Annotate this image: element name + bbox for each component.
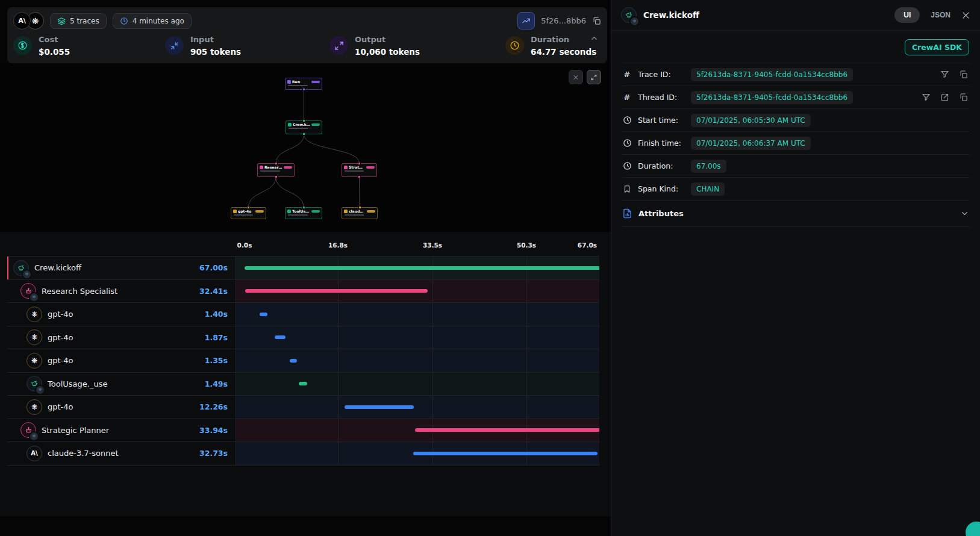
graph-expand-button[interactable] <box>587 70 601 84</box>
detail-field-row: # Thread ID: 5f2613da-8371-9405-fcdd-0a1… <box>622 86 969 109</box>
tab-ui[interactable]: UI <box>894 7 920 23</box>
metric-duration: Duration 64.77 seconds <box>505 33 601 58</box>
graph-close-button[interactable] <box>569 70 583 84</box>
node-icon <box>344 166 348 169</box>
span-name: claude-3.7-sonnet <box>48 449 119 458</box>
duration-bar <box>245 289 428 293</box>
copy-button[interactable] <box>959 93 968 102</box>
node-label: Run <box>292 79 310 84</box>
field-icon: # <box>622 93 632 102</box>
span-name: ToolUsage._use <box>48 379 107 388</box>
metric-output: Output 10,060 tokens <box>329 33 505 58</box>
field-value: 07/01/2025, 06:05:30 AM UTC <box>691 114 811 127</box>
graph-node[interactable]: Run <box>285 78 322 90</box>
metric-label: Output <box>355 35 385 44</box>
graph-node[interactable]: Crew.kickoff <box>286 120 322 134</box>
filter-button[interactable] <box>940 70 949 79</box>
graph-node[interactable]: claude-3.7-sonnet <box>342 207 378 219</box>
provider-avatars: A\ ❋ <box>13 12 44 30</box>
gantt-row[interactable]: ❋ gpt-4o 1.40s <box>7 303 599 326</box>
traces-count-badge[interactable]: 5 traces <box>50 13 107 29</box>
node-label: claude-3.7-sonnet <box>349 209 366 213</box>
axis-tick: 16.8s <box>328 242 348 249</box>
node-badge <box>311 210 320 213</box>
node-badge <box>311 123 320 126</box>
span-name: gpt-4o <box>48 310 73 319</box>
span-duration: 1.49s <box>205 379 236 388</box>
field-icon <box>622 185 632 193</box>
row-icon <box>13 260 29 276</box>
axis-tick: 0.0s <box>237 242 252 249</box>
time-axis: 0.0s16.8s33.5s50.3s67.0s <box>236 232 599 256</box>
tab-json[interactable]: JSON <box>928 8 953 22</box>
gantt-row[interactable]: ❋ gpt-4o 1.87s <box>7 326 599 350</box>
panel-close-button[interactable] <box>961 11 970 20</box>
span-duration: 1.40s <box>205 310 236 319</box>
node-badge <box>311 81 320 83</box>
field-label: Finish time: <box>638 139 685 148</box>
close-icon <box>961 11 970 20</box>
open-external-button[interactable] <box>940 93 949 102</box>
graph-node[interactable]: gpt-4o <box>231 207 266 219</box>
gantt-row[interactable]: Strategic Planner 33.94s <box>7 419 599 443</box>
gantt-row[interactable]: A\ claude-3.7-sonnet 32.73s <box>7 442 599 466</box>
duration-bar <box>345 405 414 409</box>
openai-logo-icon: ❋ <box>31 334 37 341</box>
copy-icon <box>959 70 968 79</box>
clock-icon <box>623 139 632 148</box>
trace-graph-canvas[interactable]: Run Crew.kickoff Research Specialist Str… <box>0 63 611 232</box>
minimize-icon <box>165 36 184 55</box>
trend-button[interactable] <box>517 12 535 30</box>
copy-button[interactable] <box>959 70 968 79</box>
trace-header-card: A\ ❋ 5 traces 4 minutes ago 5f26...8bb6 <box>7 7 607 63</box>
node-subtitle <box>234 214 253 216</box>
row-track <box>236 326 599 349</box>
copy-icon <box>592 16 601 25</box>
graph-node[interactable]: ToolUsage._use <box>285 207 322 219</box>
gantt-row[interactable]: ❋ gpt-4o 1.35s <box>7 349 599 373</box>
metric-label: Duration <box>531 35 569 44</box>
node-subtitle <box>288 214 308 216</box>
trace-age-label: 4 minutes ago <box>133 17 184 25</box>
duration-bar <box>275 335 285 339</box>
row-icon: ❋ <box>27 353 42 369</box>
node-icon <box>344 210 348 213</box>
field-label: Span Kind: <box>638 184 685 193</box>
gantt-row[interactable]: Research Specialist 32.41s <box>7 280 599 304</box>
duration-bar <box>299 382 307 385</box>
gridline <box>338 257 339 466</box>
clock-icon <box>505 36 524 55</box>
node-label: ToolUsage._use <box>292 209 310 213</box>
span-name: Strategic Planner <box>42 426 109 435</box>
openai-logo-icon: ❋ <box>31 357 37 364</box>
filter-button[interactable] <box>922 93 931 102</box>
agentops-badge-icon <box>629 16 640 26</box>
attributes-section-toggle[interactable]: Attributes <box>622 201 969 227</box>
row-icon: A\ <box>27 446 42 461</box>
gantt-row[interactable]: ❋ gpt-4o 12.26s <box>7 396 599 419</box>
node-badge <box>255 210 264 213</box>
collapse-metrics-button[interactable] <box>590 34 599 43</box>
node-label: Research Specialist <box>264 165 282 169</box>
chevron-down-icon <box>960 209 969 218</box>
span-duration: 32.73s <box>199 449 236 458</box>
gantt-row[interactable]: ToolUsage._use 1.49s <box>7 373 599 396</box>
traces-count-label: 5 traces <box>70 17 99 25</box>
copy-trace-id-button[interactable] <box>592 16 601 25</box>
axis-tick: 67.0s <box>578 242 597 249</box>
copy-icon <box>959 93 968 102</box>
field-label: Thread ID: <box>638 93 685 102</box>
filter-icon <box>922 93 931 102</box>
detail-field-row: Finish time: 07/01/2025, 06:06:37 AM UTC <box>622 132 969 155</box>
gantt-row[interactable]: Crew.kickoff 67.00s <box>7 257 599 280</box>
openai-logo-icon: ❋ <box>31 404 37 411</box>
node-subtitle <box>345 214 364 216</box>
span-detail-panel: Crew.kickoff UI JSON CrewAI SDK # Trace … <box>611 0 980 536</box>
graph-node[interactable]: Research Specialist <box>257 163 295 177</box>
node-icon <box>260 166 263 169</box>
detail-field-row: Start time: 07/01/2025, 06:05:30 AM UTC <box>622 109 969 132</box>
graph-node[interactable]: Strategic Planner <box>342 163 377 177</box>
span-duration: 1.35s <box>205 356 236 365</box>
row-track <box>236 373 599 396</box>
span-duration: 33.94s <box>199 426 236 435</box>
